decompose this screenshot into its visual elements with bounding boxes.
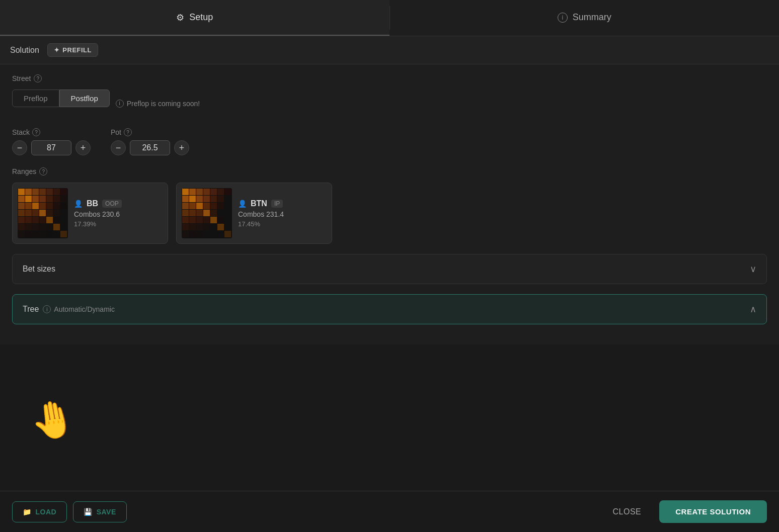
preflop-note-text: Preflop is coming soon! xyxy=(127,100,200,108)
svg-rect-71 xyxy=(210,210,217,216)
svg-rect-18 xyxy=(39,203,46,209)
svg-rect-82 xyxy=(217,224,224,230)
svg-rect-83 xyxy=(182,231,189,237)
svg-rect-55 xyxy=(182,196,189,202)
chevron-up-icon: ∧ xyxy=(750,304,756,315)
ranges-label: Ranges ? xyxy=(12,167,767,175)
svg-rect-84 xyxy=(189,231,196,237)
svg-rect-76 xyxy=(210,217,217,223)
range-info-btn: 👤 BTN IP Combos 231.4 17.45% xyxy=(238,199,284,228)
street-toggle: Preflop Postflop xyxy=(12,90,110,107)
pot-decrement-button[interactable]: − xyxy=(111,140,126,155)
svg-rect-70 xyxy=(203,210,210,216)
svg-rect-12 xyxy=(46,196,53,202)
svg-rect-81 xyxy=(203,224,210,230)
stack-help-icon[interactable]: ? xyxy=(32,128,40,136)
gear-icon: ⚙ xyxy=(176,12,184,23)
info-icon: i xyxy=(558,13,568,23)
range-position-btn: BTN xyxy=(251,199,267,208)
svg-rect-86 xyxy=(224,231,231,237)
tree-header[interactable]: Tree i Automatic/Dynamic ∧ xyxy=(13,295,766,324)
range-title-bb: 👤 BB OOP xyxy=(74,199,122,208)
street-help-icon[interactable]: ? xyxy=(34,74,42,82)
stack-input[interactable] xyxy=(31,140,71,155)
svg-rect-50 xyxy=(196,189,203,195)
svg-rect-26 xyxy=(46,210,53,216)
solution-label: Solution xyxy=(10,46,39,55)
svg-rect-25 xyxy=(39,210,46,216)
svg-rect-40 xyxy=(18,231,25,237)
svg-rect-72 xyxy=(182,217,189,223)
pot-field: Pot ? − + xyxy=(111,128,189,155)
tab-summary-label: Summary xyxy=(573,12,611,23)
load-label: LOAD xyxy=(36,508,57,516)
stack-stepper: − + xyxy=(12,140,91,155)
svg-rect-59 xyxy=(210,196,217,202)
svg-rect-53 xyxy=(217,189,224,195)
svg-rect-20 xyxy=(53,203,60,209)
range-pct-btn: 17.45% xyxy=(238,220,284,228)
svg-rect-41 xyxy=(25,231,32,237)
svg-rect-32 xyxy=(46,217,53,223)
svg-rect-65 xyxy=(210,203,217,209)
preflop-button[interactable]: Preflop xyxy=(12,90,59,107)
range-card-btn[interactable]: 👤 BTN IP Combos 231.4 17.45% xyxy=(176,183,332,244)
svg-rect-2 xyxy=(25,189,32,195)
chevron-down-icon: ∨ xyxy=(750,263,756,275)
svg-rect-6 xyxy=(53,189,60,195)
svg-rect-57 xyxy=(196,196,203,202)
range-combos-bb: Combos 230.6 xyxy=(74,210,122,218)
pot-help-icon[interactable]: ? xyxy=(124,128,132,136)
ranges-section: Ranges ? xyxy=(12,167,767,244)
street-row: Preflop Postflop i Preflop is coming soo… xyxy=(12,90,767,117)
prefill-label: PREFILL xyxy=(62,46,92,54)
svg-rect-22 xyxy=(18,210,25,216)
svg-rect-46 xyxy=(60,231,67,237)
svg-rect-4 xyxy=(39,189,46,195)
range-card-bb[interactable]: 👤 BB OOP Combos 230.6 17.39% xyxy=(12,183,168,244)
svg-rect-64 xyxy=(203,203,210,209)
tab-setup[interactable]: ⚙ Setup xyxy=(0,0,390,36)
bet-sizes-title: Bet sizes xyxy=(23,264,55,274)
svg-rect-5 xyxy=(46,189,53,195)
pot-input[interactable] xyxy=(130,140,170,155)
cursor-hand: 🤚 xyxy=(27,395,79,445)
svg-rect-52 xyxy=(210,189,217,195)
tree-title: Tree xyxy=(23,305,39,314)
svg-rect-44 xyxy=(46,231,53,237)
bottom-left-buttons: 📁 LOAD 💾 SAVE xyxy=(12,501,127,522)
svg-rect-3 xyxy=(32,189,39,195)
bet-sizes-header[interactable]: Bet sizes ∨ xyxy=(13,254,766,284)
range-badge-bb: OOP xyxy=(102,200,122,208)
solution-header: Solution ✦ PREFILL xyxy=(0,36,779,64)
stack-field: Stack ? − + xyxy=(12,128,91,155)
close-button[interactable]: CLOSE xyxy=(603,501,652,522)
pot-increment-button[interactable]: + xyxy=(174,140,189,155)
ranges-help-icon[interactable]: ? xyxy=(39,167,47,175)
bottom-bar: 📁 LOAD 💾 SAVE CLOSE CREATE SOLUTION xyxy=(0,491,779,532)
stack-decrement-button[interactable]: − xyxy=(12,140,27,155)
create-label: CREATE SOLUTION xyxy=(675,507,751,516)
svg-rect-21 xyxy=(60,203,67,209)
load-button[interactable]: 📁 LOAD xyxy=(12,501,67,522)
svg-rect-61 xyxy=(182,203,189,209)
prefill-button[interactable]: ✦ PREFILL xyxy=(47,43,98,57)
range-pct-bb: 17.39% xyxy=(74,220,122,228)
bottom-right-buttons: CLOSE CREATE SOLUTION xyxy=(603,500,767,523)
person-icon-bb: 👤 xyxy=(74,200,83,208)
create-solution-button[interactable]: CREATE SOLUTION xyxy=(659,500,767,523)
stack-label: Stack ? xyxy=(12,128,91,136)
svg-rect-60 xyxy=(217,196,224,202)
bet-sizes-section: Bet sizes ∨ xyxy=(12,254,767,284)
tab-summary[interactable]: i Summary xyxy=(390,0,780,36)
postflop-button[interactable]: Postflop xyxy=(59,90,110,107)
svg-rect-54 xyxy=(224,189,231,195)
svg-rect-24 xyxy=(32,210,39,216)
svg-rect-80 xyxy=(196,224,203,230)
stack-increment-button[interactable]: + xyxy=(75,140,91,155)
main-content: Street ? Preflop Postflop i Preflop is c… xyxy=(0,64,779,344)
svg-rect-34 xyxy=(18,224,25,230)
svg-rect-35 xyxy=(25,224,32,230)
stack-pot-row: Stack ? − + Pot ? − + xyxy=(12,128,767,155)
save-button[interactable]: 💾 SAVE xyxy=(73,501,127,522)
